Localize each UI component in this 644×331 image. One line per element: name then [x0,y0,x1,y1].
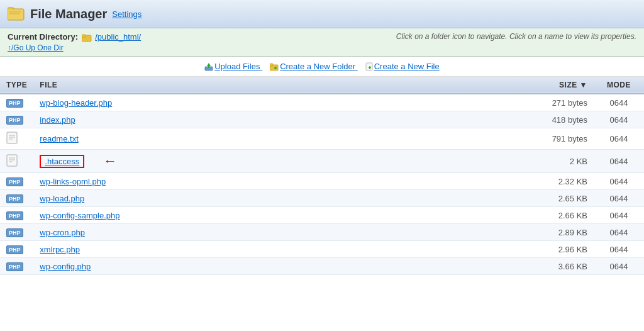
file-type-cell: PHP [0,258,33,275]
php-badge: PHP [6,228,23,237]
php-badge: PHP [6,211,23,220]
file-name-cell: wp-cron.php [33,224,518,241]
table-row: PHPwp-config-sample.php2.66 KB0644 [0,207,644,224]
file-link[interactable]: wp-cron.php [40,228,85,237]
file-link[interactable]: xmlrpc.php [40,245,80,254]
file-mode-cell: 0644 [594,128,644,150]
file-size-cell: 791 bytes [518,128,594,150]
file-link[interactable]: wp-load.php [40,194,84,203]
file-link[interactable]: wp-config.php [40,262,91,271]
svg-rect-11 [270,64,273,66]
php-badge: PHP [6,245,23,254]
dir-folder-icon [82,33,92,42]
header: File Manager Settings [0,0,644,28]
svg-rect-17 [7,132,17,143]
table-header-row: Type File Size ▼ Mode [0,77,644,94]
file-size-cell: 2.66 KB [518,207,594,224]
col-type: Type [0,77,33,94]
file-link[interactable]: wp-config-sample.php [40,211,119,220]
svg-rect-9 [208,65,209,68]
col-mode: Mode [594,77,644,94]
file-type-cell [0,128,33,150]
table-row: PHPwp-cron.php2.89 KB0644 [0,224,644,241]
current-dir-label: Current Directory: /public_html/ [8,32,141,42]
file-type-cell: PHP [0,190,33,207]
php-badge: PHP [6,194,23,203]
file-mode-cell: 0644 [594,190,644,207]
file-size-cell: 2.65 KB [518,190,594,207]
table-row: PHPwp-links-opml.php2.32 KB0644 [0,173,644,190]
file-type-cell: PHP [0,224,33,241]
red-arrow: ← [103,153,117,169]
file-size-cell: 2.32 KB [518,173,594,190]
file-type-cell: PHP [0,241,33,258]
file-mode-cell: 0644 [594,224,644,241]
current-dir-bar: Current Directory: /public_html/ ↑/Go Up… [0,28,644,57]
svg-rect-14 [366,63,372,70]
table-row: .htaccess←2 KB0644 [0,150,644,173]
table-row: PHPwp-blog-header.php271 bytes0644 [0,94,644,111]
php-badge: PHP [6,177,23,186]
svg-rect-2 [8,9,23,20]
file-mode-cell: 0644 [594,173,644,190]
create-folder-link[interactable]: Create a New Folder [270,62,358,71]
file-size-cell: 2 KB [518,150,594,173]
file-link[interactable]: .htaccess [45,157,79,166]
go-up-link[interactable]: ↑/Go Up One Dir [8,43,141,52]
current-dir-left: Current Directory: /public_html/ ↑/Go Up… [8,32,141,52]
upload-icon [204,62,213,71]
file-mode-cell: 0644 [594,207,644,224]
file-name-cell: .htaccess← [33,150,518,173]
col-size[interactable]: Size ▼ [518,77,594,94]
php-badge: PHP [6,99,23,108]
file-type-cell: PHP [0,207,33,224]
file-size-cell: 2.96 KB [518,241,594,258]
file-table: Type File Size ▼ Mode PHPwp-blog-header.… [0,77,644,275]
file-name-cell: wp-blog-header.php [33,94,518,111]
text-file-icon [6,132,18,144]
svg-rect-6 [82,35,86,37]
table-row: PHPindex.php418 bytes0644 [0,111,644,128]
new-file-icon [365,62,373,71]
svg-rect-21 [7,155,17,166]
hint-text: Click on a folder icon to navigate. Clic… [396,32,636,41]
file-mode-cell: 0644 [594,94,644,111]
svg-rect-3 [9,11,21,13]
file-size-cell: 2.89 KB [518,224,594,241]
file-type-cell: PHP [0,94,33,111]
create-file-link[interactable]: Create a New File [365,62,440,71]
file-name-cell: readme.txt [33,128,518,150]
file-manager-icon [8,5,25,23]
php-badge: PHP [6,116,23,125]
file-size-cell: 271 bytes [518,94,594,111]
table-row: PHPwp-config.php3.66 KB0644 [0,258,644,275]
settings-link[interactable]: Settings [112,9,142,19]
page-title: File Manager [30,7,107,21]
table-row: PHPwp-load.php2.65 KB0644 [0,190,644,207]
file-mode-cell: 0644 [594,111,644,128]
file-size-cell: 3.66 KB [518,258,594,275]
file-type-cell: PHP [0,173,33,190]
file-mode-cell: 0644 [594,258,644,275]
file-link[interactable]: wp-links-opml.php [40,177,106,186]
file-name-cell: wp-config.php [33,258,518,275]
file-link[interactable]: readme.txt [40,134,78,143]
file-name-cell: wp-load.php [33,190,518,207]
text-file-icon [6,154,18,167]
col-file: File [33,77,518,94]
file-name-cell: wp-config-sample.php [33,207,518,224]
file-link[interactable]: index.php [40,115,75,125]
upload-files-link[interactable]: Upload Files [204,62,262,71]
file-mode-cell: 0644 [594,150,644,173]
table-row: readme.txt791 bytes0644 [0,128,644,150]
file-link[interactable]: wp-blog-header.php [40,98,112,108]
current-dir-path[interactable]: /public_html/ [95,32,141,42]
file-name-cell: index.php [33,111,518,128]
file-type-cell [0,150,33,173]
htaccess-highlight: .htaccess [40,155,84,168]
htaccess-highlight-container: .htaccess← [40,153,512,169]
new-folder-icon [270,62,279,71]
svg-rect-4 [9,13,20,14]
file-size-cell: 418 bytes [518,111,594,128]
file-mode-cell: 0644 [594,241,644,258]
